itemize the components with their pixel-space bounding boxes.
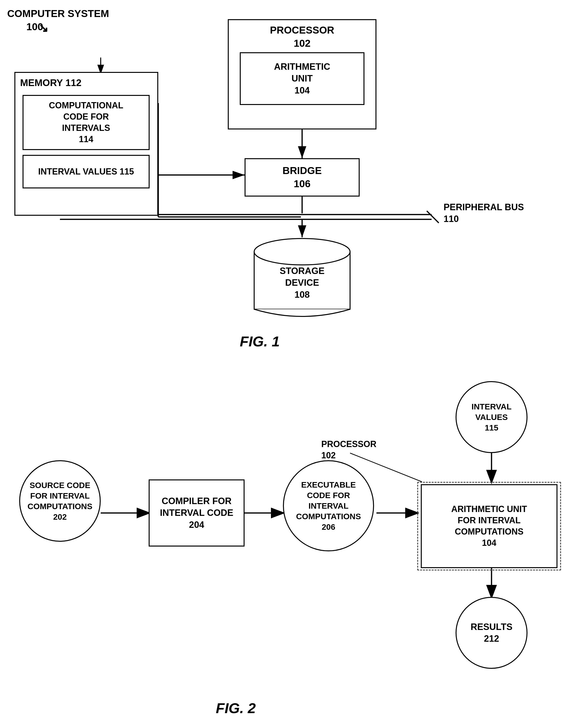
arithmetic-unit-box-fig2: ARITHMETIC UNITFOR INTERVALCOMPUTATIONS1… bbox=[421, 484, 557, 568]
arithmetic-unit-box-fig1: ARITHMETICUNIT104 bbox=[240, 52, 364, 105]
computer-system-label: COMPUTER SYSTEM 100 ↘ bbox=[7, 7, 109, 33]
results-circle: RESULTS212 bbox=[456, 597, 528, 669]
bridge-box: BRIDGE106 bbox=[245, 158, 360, 197]
processor-box: PROCESSOR102 ARITHMETICUNIT104 bbox=[228, 19, 376, 129]
svg-line-5 bbox=[427, 211, 439, 223]
storage-label: STORAGEDEVICE108 bbox=[280, 265, 324, 301]
memory-label: MEMORY 112 bbox=[18, 75, 84, 90]
source-code-circle: SOURCE CODEFOR INTERVALCOMPUTATIONS202 bbox=[19, 460, 101, 542]
fig2-caption: FIG. 2 bbox=[216, 700, 256, 717]
processor-label: PROCESSOR102 bbox=[270, 24, 334, 50]
peripheral-bus-label: PERIPHERAL BUS110 bbox=[444, 201, 524, 225]
interval-values-circle: INTERVALVALUES115 bbox=[456, 381, 528, 453]
compiler-box: COMPILER FORINTERVAL CODE204 bbox=[149, 479, 245, 547]
storage-device: STORAGEDEVICE108 bbox=[252, 237, 352, 321]
computational-code-box: COMPUTATIONALCODE FORINTERVALS114 bbox=[23, 95, 150, 150]
processor-label-fig2: PROCESSOR102 bbox=[321, 439, 376, 461]
svg-point-12 bbox=[254, 238, 350, 265]
executable-code-circle: EXECUTABLECODE FORINTERVALCOMPUTATIONS20… bbox=[283, 460, 374, 551]
memory-box: MEMORY 112 COMPUTATIONALCODE FORINTERVAL… bbox=[15, 72, 158, 216]
interval-values-box-fig1: INTERVAL VALUES 115 bbox=[23, 155, 150, 188]
fig1-caption: FIG. 1 bbox=[240, 333, 280, 350]
